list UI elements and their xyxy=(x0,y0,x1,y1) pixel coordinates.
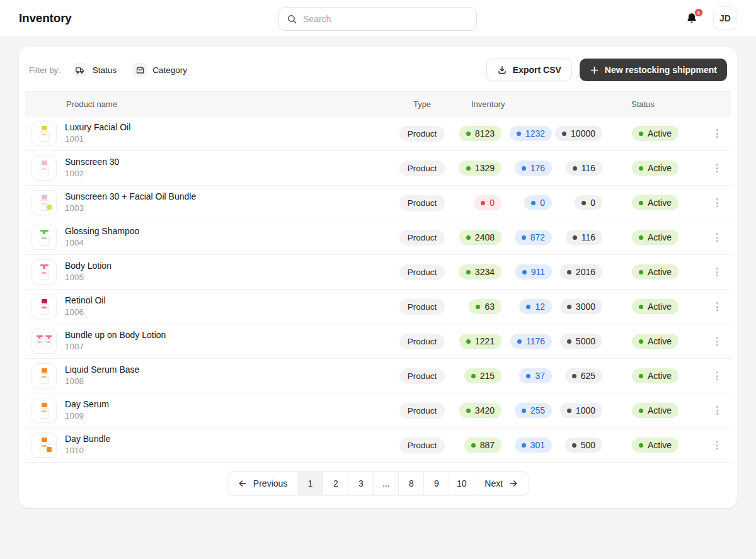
inventory-cell: 37 xyxy=(501,368,552,383)
page-button[interactable]: 9 xyxy=(423,472,449,495)
table-row[interactable]: Sunscreen 30 + Facial Oil Bundle 1003 Pr… xyxy=(25,186,731,220)
new-shipment-button[interactable]: New restocking shippment xyxy=(580,59,727,81)
avatar[interactable]: JD xyxy=(713,6,737,30)
inventory-badge: 1176 xyxy=(510,334,552,349)
inventory-badge: 911 xyxy=(515,264,552,280)
badge-dot-icon xyxy=(517,132,521,136)
table-row[interactable]: Day Serum 1009 Product 3420 255 1000 Act… xyxy=(25,393,731,428)
search-box[interactable] xyxy=(278,7,477,31)
inventory-badge: 500 xyxy=(565,438,602,453)
search-input[interactable] xyxy=(303,14,469,24)
badge-dot-icon xyxy=(639,132,643,136)
badge-dot-icon xyxy=(639,339,643,344)
table-row[interactable]: Day Bundle 1010 Product 887 301 500 Acti… xyxy=(25,428,731,463)
inventory-badge: 625 xyxy=(565,368,602,383)
type-cell: Product xyxy=(396,195,448,211)
table-row[interactable]: Liquid Serum Base 1008 Product 215 37 62… xyxy=(25,359,731,393)
row-menu-button[interactable] xyxy=(713,402,722,419)
badge-dot-icon xyxy=(581,201,586,205)
badge-dot-icon xyxy=(567,409,571,413)
inventory-cell: 10000 xyxy=(552,126,602,141)
product-id: 1005 xyxy=(65,272,112,283)
inventory-badge: 10000 xyxy=(555,126,602,141)
table-row[interactable]: Retinol Oil 1006 Product 63 12 3000 Acti… xyxy=(25,290,731,324)
type-cell: Product xyxy=(396,161,448,176)
column-header-inventory: Inventory xyxy=(448,99,602,109)
product-id: 1004 xyxy=(65,237,139,249)
inventory-cell: 1176 xyxy=(501,334,552,349)
inventory-badge: 3234 xyxy=(459,264,501,280)
content-card: Filter by: Status Category xyxy=(19,47,737,508)
inventory-badge: 0 xyxy=(474,195,501,210)
type-badge: Product xyxy=(399,438,445,453)
status-cell: Active xyxy=(627,334,703,349)
export-csv-button[interactable]: Export CSV xyxy=(486,59,572,81)
type-cell: Product xyxy=(396,126,448,142)
status-badge: Active xyxy=(632,264,679,280)
page-button[interactable]: 10 xyxy=(449,472,474,495)
page-ellipsis[interactable]: ... xyxy=(373,472,398,495)
page-button[interactable]: 1 xyxy=(297,472,323,495)
previous-button[interactable]: Previous xyxy=(227,472,297,495)
product-id: 1003 xyxy=(65,203,196,214)
row-menu-button[interactable] xyxy=(713,195,722,211)
inventory-badge: 215 xyxy=(464,368,501,383)
badge-dot-icon xyxy=(522,166,526,171)
product-cell: Day Serum 1009 xyxy=(25,398,396,423)
row-menu-button[interactable] xyxy=(713,229,722,246)
badge-dot-icon xyxy=(639,305,643,309)
status-cell: Active xyxy=(627,126,703,141)
badge-dot-icon xyxy=(471,443,476,448)
filter-chip-status[interactable]: Status xyxy=(73,63,117,77)
type-badge: Product xyxy=(399,230,445,246)
product-thumbnail xyxy=(32,363,57,388)
menu-cell xyxy=(703,368,731,384)
product-name: Bundle up on Body Lotion xyxy=(65,329,166,341)
table-row[interactable]: Bundle up on Body Lotion 1007 Product 12… xyxy=(25,324,731,359)
previous-label: Previous xyxy=(253,478,287,488)
badge-dot-icon xyxy=(639,374,643,378)
inventory-badge: 887 xyxy=(464,438,501,453)
table-row[interactable]: Sunscreen 30 1002 Product 1329 176 116 A… xyxy=(25,151,731,186)
inventory-cell: 872 xyxy=(501,230,552,245)
badge-dot-icon xyxy=(573,235,577,240)
page-button[interactable]: 3 xyxy=(348,472,373,495)
filter-chip-label: Category xyxy=(152,65,187,75)
table-row[interactable]: Luxury Facial Oil 1001 Product 8123 1232… xyxy=(25,116,731,151)
inventory-badge: 8123 xyxy=(459,126,501,141)
row-menu-button[interactable] xyxy=(713,125,722,142)
type-cell: Product xyxy=(396,368,448,384)
table-body: Luxury Facial Oil 1001 Product 8123 1232… xyxy=(25,116,731,463)
search-icon xyxy=(287,14,297,25)
inventory-badge: 5000 xyxy=(560,334,602,349)
next-button[interactable]: Next xyxy=(474,472,529,495)
product-id: 1002 xyxy=(65,168,119,179)
product-cell: Body Lotion 1005 xyxy=(25,259,396,285)
badge-dot-icon xyxy=(476,305,480,309)
type-badge: Product xyxy=(399,403,445,419)
type-badge: Product xyxy=(399,368,445,384)
table-row[interactable]: Glossing Shampoo 1004 Product 2408 872 1… xyxy=(25,220,731,255)
product-name: Retinol Oil xyxy=(65,295,106,307)
product-name: Sunscreen 30 + Facial Oil Bundle xyxy=(65,191,196,203)
type-badge: Product xyxy=(399,126,445,142)
notification-bell[interactable]: 6 xyxy=(684,11,699,26)
status-badge: Active xyxy=(632,126,679,141)
row-menu-button[interactable] xyxy=(713,160,722,176)
page-button[interactable]: 2 xyxy=(323,472,348,495)
status-cell: Active xyxy=(627,299,703,314)
row-menu-button[interactable] xyxy=(713,264,722,280)
product-id: 1008 xyxy=(65,376,139,387)
inventory-cell: 63 xyxy=(448,299,501,314)
row-menu-button[interactable] xyxy=(713,298,722,315)
page-button[interactable]: 8 xyxy=(398,472,423,495)
row-menu-button[interactable] xyxy=(713,368,722,384)
status-badge: Active xyxy=(632,195,679,210)
row-menu-button[interactable] xyxy=(713,333,722,349)
table-row[interactable]: Body Lotion 1005 Product 3234 911 2016 A… xyxy=(25,255,731,290)
inventory-cell: 255 xyxy=(501,403,552,418)
row-menu-button[interactable] xyxy=(713,437,722,453)
status-badge: Active xyxy=(632,438,679,453)
filter-chip-category[interactable]: Category xyxy=(133,63,187,77)
top-header: Inventory 6 JD xyxy=(0,0,756,37)
